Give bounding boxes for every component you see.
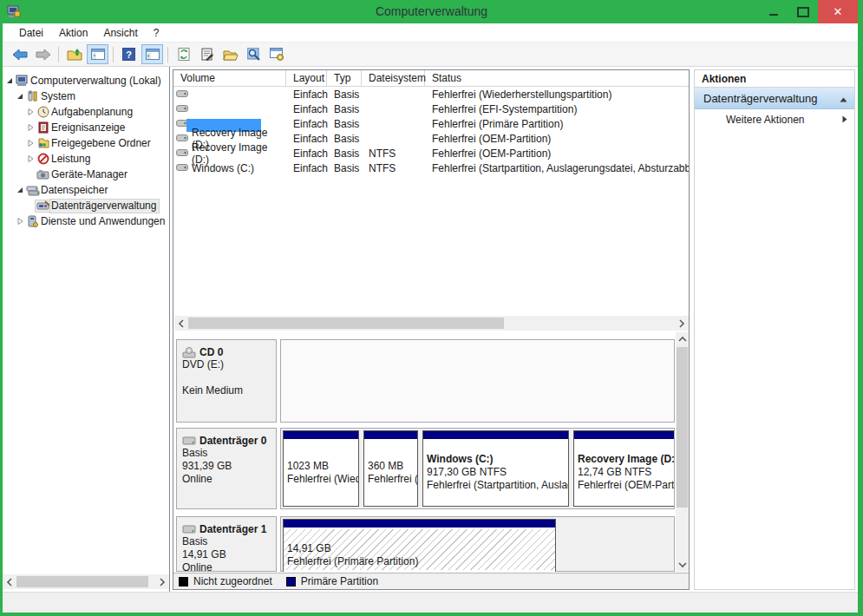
action-group-datentraegerverwaltung[interactable]: Datenträgerverwaltung xyxy=(695,88,854,109)
menu-bar: Datei Aktion Ansicht ? xyxy=(3,23,858,43)
scroll-thumb[interactable] xyxy=(677,347,688,508)
tree-item-dienste-und-anwendungen[interactable]: Dienste und Anwendungen xyxy=(3,213,169,229)
tree-item-ereignisanzeige[interactable]: Ereignisanzeige xyxy=(3,120,169,135)
scroll-thumb[interactable] xyxy=(16,576,148,587)
collapsed-icon[interactable] xyxy=(25,138,36,148)
forward-icon[interactable] xyxy=(32,44,54,64)
find-icon[interactable] xyxy=(243,44,265,64)
action-item-weitere-aktionen[interactable]: Weitere Aktionen xyxy=(695,109,854,129)
disk1-card[interactable]: Datenträger 1 Basis 14,91 GB Online xyxy=(176,516,277,572)
tree-item-computerverwaltung[interactable]: Computerverwaltung (Lokal) xyxy=(3,73,169,88)
disk-view-vertical-scrollbar[interactable] xyxy=(676,332,689,572)
tree-horizontal-scrollbar[interactable] xyxy=(3,574,169,589)
partition-color-bar xyxy=(364,431,417,441)
close-button[interactable]: ✕ xyxy=(818,0,858,23)
unallocated-color-swatch xyxy=(179,577,188,587)
menu-aktion[interactable]: Aktion xyxy=(51,24,95,42)
volume-list-horizontal-scrollbar[interactable] xyxy=(174,316,689,331)
back-icon[interactable] xyxy=(9,44,30,64)
tree-item-leistung[interactable]: Leistung xyxy=(3,151,169,167)
column-header-typ[interactable]: Typ xyxy=(327,70,362,87)
toolbar-separator xyxy=(167,47,168,62)
maximize-button[interactable] xyxy=(788,0,818,23)
scroll-thumb[interactable] xyxy=(188,318,504,329)
collapsed-icon[interactable] xyxy=(15,216,25,226)
collapsed-icon[interactable] xyxy=(25,154,36,164)
disk0-card[interactable]: Datenträger 0 Basis 931,39 GB Online xyxy=(176,428,277,509)
partition-recovery-image[interactable]: Recovery Image (D:) 12,74 GB NTFS Fehler… xyxy=(573,430,674,507)
volume-icon xyxy=(176,147,188,160)
window-title: Computerverwaltung xyxy=(0,4,863,18)
help-icon[interactable]: ? xyxy=(118,44,140,64)
column-header-layout[interactable]: Layout xyxy=(286,70,327,87)
expanded-icon[interactable] xyxy=(4,75,15,86)
collapse-icon[interactable] xyxy=(840,92,847,105)
properties-icon[interactable] xyxy=(196,44,218,64)
cd-region[interactable] xyxy=(280,339,675,423)
leaf-spacer xyxy=(25,200,36,211)
tree-item-geraete-manager[interactable]: Geräte-Manager xyxy=(3,167,169,182)
actions-header: Aktionen xyxy=(695,70,854,88)
column-header-status[interactable]: Status xyxy=(425,70,689,87)
legend-bar: Nicht zugeordnet Primäre Partition xyxy=(173,573,689,589)
hard-disk-icon xyxy=(182,524,197,534)
tree-item-datentraegerverwaltung[interactable]: Datenträgerverwaltung xyxy=(3,198,169,213)
disk1-region: 14,91 GB Fehlerfrei (Primäre Partition) xyxy=(280,516,675,572)
show-action-pane-icon[interactable] xyxy=(141,44,163,64)
cd-drive-letter: DVD (E:) xyxy=(182,358,276,371)
tree-item-system[interactable]: System xyxy=(3,88,169,104)
menu-help[interactable]: ? xyxy=(146,24,167,42)
tree-item-datenspeicher[interactable]: Datenspeicher xyxy=(3,182,169,198)
minimize-button[interactable] xyxy=(759,0,788,23)
volume-row[interactable]: Windows (C:) Einfach Basis NTFS Fehlerfr… xyxy=(173,161,689,175)
primary-partition-color-swatch xyxy=(286,577,296,587)
menu-datei[interactable]: Datei xyxy=(11,24,51,42)
scroll-left-icon[interactable] xyxy=(3,574,16,589)
volume-icon xyxy=(176,162,188,174)
computer-icon xyxy=(15,75,29,87)
cd-media-status: Kein Medium xyxy=(182,384,276,397)
partition-efi[interactable]: 360 MB Fehlerfrei (EFI-Systempartition) xyxy=(363,430,418,507)
open-folder-icon[interactable] xyxy=(219,44,241,64)
volume-list-header: Volume Layout Typ Dateisystem Status xyxy=(173,70,689,87)
scroll-up-icon[interactable] xyxy=(676,332,689,346)
expanded-icon[interactable] xyxy=(15,91,25,102)
up-one-level-icon[interactable] xyxy=(63,44,85,64)
collapsed-icon[interactable] xyxy=(25,122,36,133)
tree-item-aufgabenplanung[interactable]: Aufgabenplanung xyxy=(3,104,169,120)
partition-color-bar xyxy=(423,431,568,441)
partition-disk1-selected[interactable]: 14,91 GB Fehlerfrei (Primäre Partition) xyxy=(283,519,556,572)
volume-row[interactable]: Recovery Image (D:) Einfach Basis NTFS F… xyxy=(173,146,689,161)
partition-windows-c[interactable]: Windows (C:) 917,30 GB NTFS Fehlerfrei (… xyxy=(422,430,569,507)
volume-row[interactable]: Einfach Basis Fehlerfrei (EFI-Systempart… xyxy=(173,102,689,116)
computer-management-window: Computerverwaltung ✕ Datei Aktion Ansich… xyxy=(0,0,863,616)
scroll-down-icon[interactable] xyxy=(676,558,689,572)
cd-card[interactable]: CD 0 DVD (E:) Kein Medium xyxy=(176,339,277,423)
menu-ansicht[interactable]: Ansicht xyxy=(95,24,145,42)
partition-recovery[interactable]: 1023 MB Fehlerfrei (Wiederherstellungspa… xyxy=(283,430,359,507)
collapsed-icon[interactable] xyxy=(25,107,36,117)
scroll-right-icon[interactable] xyxy=(155,574,169,589)
tree-item-freigegebene-ordner[interactable]: Freigegebene Ordner xyxy=(3,135,169,151)
services-icon xyxy=(25,215,40,227)
scroll-left-icon[interactable] xyxy=(174,316,188,331)
system-tools-icon xyxy=(25,90,40,102)
volume-row[interactable]: Einfach Basis Fehlerfrei (Wiederherstell… xyxy=(173,87,689,102)
toolbar-separator xyxy=(113,47,114,62)
new-window-icon[interactable] xyxy=(266,44,288,64)
show-console-tree-icon[interactable] xyxy=(87,44,108,64)
scroll-right-icon[interactable] xyxy=(675,316,689,331)
expanded-icon[interactable] xyxy=(15,185,25,195)
toolbar: ? xyxy=(3,43,858,67)
device-manager-icon xyxy=(36,169,50,180)
cd-drive-icon xyxy=(182,347,197,358)
hard-disk-icon xyxy=(182,436,197,446)
column-header-volume[interactable]: Volume xyxy=(173,70,286,87)
content-area: Computerverwaltung (Lokal) System Aufgab… xyxy=(3,67,858,592)
partition-color-bar xyxy=(574,431,674,441)
performance-icon xyxy=(36,153,50,165)
column-header-dateisystem[interactable]: Dateisystem xyxy=(362,70,425,87)
submenu-arrow-icon xyxy=(842,114,847,126)
export-list-icon[interactable] xyxy=(173,44,194,64)
title-bar: Computerverwaltung ✕ xyxy=(0,0,863,23)
